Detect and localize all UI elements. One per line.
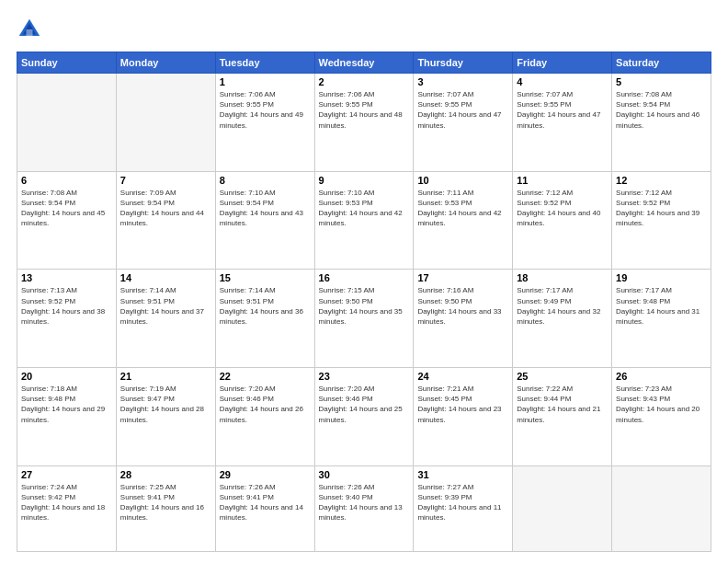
cell-info: Sunrise: 7:23 AM Sunset: 9:43 PM Dayligh… bbox=[616, 384, 707, 425]
calendar-cell: 10Sunrise: 7:11 AM Sunset: 9:53 PM Dayli… bbox=[414, 171, 513, 270]
calendar-cell bbox=[116, 74, 215, 172]
day-number: 19 bbox=[616, 272, 707, 283]
calendar-cell: 15Sunrise: 7:14 AM Sunset: 9:51 PM Dayli… bbox=[215, 270, 314, 368]
day-number: 7 bbox=[120, 175, 211, 186]
cell-info: Sunrise: 7:10 AM Sunset: 9:54 PM Dayligh… bbox=[220, 188, 311, 229]
calendar-cell: 30Sunrise: 7:26 AM Sunset: 9:40 PM Dayli… bbox=[314, 465, 414, 551]
cell-info: Sunrise: 7:11 AM Sunset: 9:53 PM Dayligh… bbox=[417, 188, 508, 229]
cell-info: Sunrise: 7:24 AM Sunset: 9:42 PM Dayligh… bbox=[21, 482, 112, 523]
cell-info: Sunrise: 7:14 AM Sunset: 9:51 PM Dayligh… bbox=[220, 285, 311, 327]
day-number: 27 bbox=[21, 469, 112, 480]
calendar-cell: 22Sunrise: 7:20 AM Sunset: 9:46 PM Dayli… bbox=[215, 367, 314, 465]
day-number: 30 bbox=[319, 469, 410, 480]
calendar-cell: 9Sunrise: 7:10 AM Sunset: 9:53 PM Daylig… bbox=[314, 171, 414, 270]
calendar-cell bbox=[17, 74, 117, 172]
day-number: 8 bbox=[220, 175, 311, 186]
cell-info: Sunrise: 7:08 AM Sunset: 9:54 PM Dayligh… bbox=[21, 188, 112, 229]
day-number: 5 bbox=[616, 76, 707, 87]
day-number: 17 bbox=[417, 272, 508, 283]
calendar-week-row: 6Sunrise: 7:08 AM Sunset: 9:54 PM Daylig… bbox=[17, 171, 711, 270]
day-number: 21 bbox=[120, 371, 211, 382]
calendar-cell: 17Sunrise: 7:16 AM Sunset: 9:50 PM Dayli… bbox=[414, 270, 513, 368]
calendar-cell: 24Sunrise: 7:21 AM Sunset: 9:45 PM Dayli… bbox=[414, 367, 513, 465]
day-number: 20 bbox=[21, 371, 112, 382]
calendar-table: SundayMondayTuesdayWednesdayThursdayFrid… bbox=[17, 52, 711, 552]
page: SundayMondayTuesdayWednesdayThursdayFrid… bbox=[0, 0, 728, 563]
cell-info: Sunrise: 7:08 AM Sunset: 9:54 PM Dayligh… bbox=[616, 89, 707, 131]
day-number: 24 bbox=[417, 371, 508, 382]
day-number: 25 bbox=[517, 371, 608, 382]
cell-info: Sunrise: 7:20 AM Sunset: 9:46 PM Dayligh… bbox=[220, 384, 311, 425]
calendar-cell: 12Sunrise: 7:12 AM Sunset: 9:52 PM Dayli… bbox=[612, 171, 711, 270]
calendar-cell: 13Sunrise: 7:13 AM Sunset: 9:52 PM Dayli… bbox=[17, 270, 117, 368]
day-number: 16 bbox=[319, 272, 410, 283]
cell-info: Sunrise: 7:12 AM Sunset: 9:52 PM Dayligh… bbox=[517, 188, 608, 229]
day-number: 2 bbox=[319, 76, 410, 87]
day-number: 28 bbox=[120, 469, 211, 480]
calendar-cell: 31Sunrise: 7:27 AM Sunset: 9:39 PM Dayli… bbox=[414, 465, 513, 551]
calendar-week-row: 27Sunrise: 7:24 AM Sunset: 9:42 PM Dayli… bbox=[17, 465, 711, 551]
cell-info: Sunrise: 7:09 AM Sunset: 9:54 PM Dayligh… bbox=[120, 188, 211, 229]
cell-info: Sunrise: 7:18 AM Sunset: 9:48 PM Dayligh… bbox=[21, 384, 112, 425]
cell-info: Sunrise: 7:07 AM Sunset: 9:55 PM Dayligh… bbox=[517, 89, 608, 131]
day-number: 26 bbox=[616, 371, 707, 382]
calendar-cell: 3Sunrise: 7:07 AM Sunset: 9:55 PM Daylig… bbox=[414, 74, 513, 172]
cell-info: Sunrise: 7:22 AM Sunset: 9:44 PM Dayligh… bbox=[517, 384, 608, 425]
day-number: 1 bbox=[220, 76, 311, 87]
calendar-week-row: 13Sunrise: 7:13 AM Sunset: 9:52 PM Dayli… bbox=[17, 270, 711, 368]
day-number: 9 bbox=[319, 175, 410, 186]
cell-info: Sunrise: 7:13 AM Sunset: 9:52 PM Dayligh… bbox=[21, 285, 112, 327]
calendar-header: SundayMondayTuesdayWednesdayThursdayFrid… bbox=[17, 52, 711, 74]
calendar-cell: 29Sunrise: 7:26 AM Sunset: 9:41 PM Dayli… bbox=[215, 465, 314, 551]
calendar-cell: 1Sunrise: 7:06 AM Sunset: 9:55 PM Daylig… bbox=[215, 74, 314, 172]
calendar-week-row: 1Sunrise: 7:06 AM Sunset: 9:55 PM Daylig… bbox=[17, 74, 711, 172]
calendar-cell: 19Sunrise: 7:17 AM Sunset: 9:48 PM Dayli… bbox=[612, 270, 711, 368]
weekday-header: Wednesday bbox=[314, 52, 414, 74]
cell-info: Sunrise: 7:07 AM Sunset: 9:55 PM Dayligh… bbox=[417, 89, 508, 131]
weekday-header: Thursday bbox=[414, 52, 513, 74]
calendar-cell bbox=[612, 465, 711, 551]
calendar-cell: 20Sunrise: 7:18 AM Sunset: 9:48 PM Dayli… bbox=[17, 367, 117, 465]
calendar-cell: 28Sunrise: 7:25 AM Sunset: 9:41 PM Dayli… bbox=[116, 465, 215, 551]
cell-info: Sunrise: 7:16 AM Sunset: 9:50 PM Dayligh… bbox=[417, 285, 508, 327]
logo bbox=[17, 17, 46, 42]
calendar-cell: 21Sunrise: 7:19 AM Sunset: 9:47 PM Dayli… bbox=[116, 367, 215, 465]
cell-info: Sunrise: 7:17 AM Sunset: 9:49 PM Dayligh… bbox=[517, 285, 608, 327]
day-number: 4 bbox=[517, 76, 608, 87]
header bbox=[17, 17, 711, 42]
calendar-cell: 2Sunrise: 7:06 AM Sunset: 9:55 PM Daylig… bbox=[314, 74, 414, 172]
day-number: 10 bbox=[417, 175, 508, 186]
day-number: 3 bbox=[417, 76, 508, 87]
cell-info: Sunrise: 7:14 AM Sunset: 9:51 PM Dayligh… bbox=[120, 285, 211, 327]
day-number: 22 bbox=[220, 371, 311, 382]
day-number: 23 bbox=[319, 371, 410, 382]
cell-info: Sunrise: 7:26 AM Sunset: 9:41 PM Dayligh… bbox=[220, 482, 311, 523]
day-number: 6 bbox=[21, 175, 112, 186]
calendar-cell: 25Sunrise: 7:22 AM Sunset: 9:44 PM Dayli… bbox=[513, 367, 612, 465]
cell-info: Sunrise: 7:27 AM Sunset: 9:39 PM Dayligh… bbox=[417, 482, 508, 523]
cell-info: Sunrise: 7:25 AM Sunset: 9:41 PM Dayligh… bbox=[120, 482, 211, 523]
cell-info: Sunrise: 7:12 AM Sunset: 9:52 PM Dayligh… bbox=[616, 188, 707, 229]
calendar-cell: 7Sunrise: 7:09 AM Sunset: 9:54 PM Daylig… bbox=[116, 171, 215, 270]
weekday-header: Friday bbox=[513, 52, 612, 74]
weekday-header: Saturday bbox=[612, 52, 711, 74]
day-number: 15 bbox=[220, 272, 311, 283]
calendar-cell: 27Sunrise: 7:24 AM Sunset: 9:42 PM Dayli… bbox=[17, 465, 117, 551]
calendar-cell: 26Sunrise: 7:23 AM Sunset: 9:43 PM Dayli… bbox=[612, 367, 711, 465]
calendar-cell: 11Sunrise: 7:12 AM Sunset: 9:52 PM Dayli… bbox=[513, 171, 612, 270]
weekday-header: Monday bbox=[116, 52, 215, 74]
weekday-header: Sunday bbox=[17, 52, 117, 74]
calendar-cell: 16Sunrise: 7:15 AM Sunset: 9:50 PM Dayli… bbox=[314, 270, 414, 368]
cell-info: Sunrise: 7:20 AM Sunset: 9:46 PM Dayligh… bbox=[319, 384, 410, 425]
calendar-cell: 4Sunrise: 7:07 AM Sunset: 9:55 PM Daylig… bbox=[513, 74, 612, 172]
day-number: 14 bbox=[120, 272, 211, 283]
cell-info: Sunrise: 7:19 AM Sunset: 9:47 PM Dayligh… bbox=[120, 384, 211, 425]
day-number: 13 bbox=[21, 272, 112, 283]
logo-icon bbox=[17, 17, 42, 42]
cell-info: Sunrise: 7:06 AM Sunset: 9:55 PM Dayligh… bbox=[319, 89, 410, 131]
calendar-cell: 14Sunrise: 7:14 AM Sunset: 9:51 PM Dayli… bbox=[116, 270, 215, 368]
calendar-cell: 5Sunrise: 7:08 AM Sunset: 9:54 PM Daylig… bbox=[612, 74, 711, 172]
weekday-header: Tuesday bbox=[215, 52, 314, 74]
calendar-body: 1Sunrise: 7:06 AM Sunset: 9:55 PM Daylig… bbox=[17, 74, 711, 552]
calendar-cell: 6Sunrise: 7:08 AM Sunset: 9:54 PM Daylig… bbox=[17, 171, 117, 270]
